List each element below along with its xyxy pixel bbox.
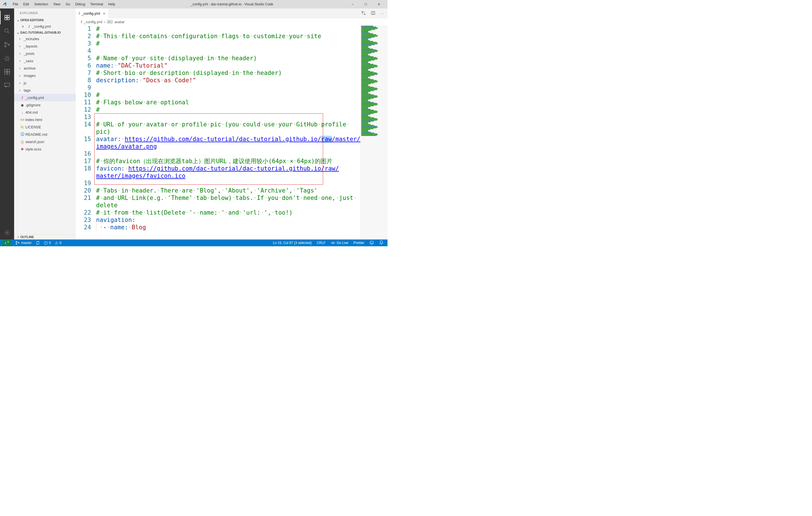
line-gutter: 123456789101112131415161718192021222324	[76, 25, 96, 240]
file-item[interactable]: ◆.gitignore	[14, 101, 76, 109]
folder-item[interactable]: ›tags	[14, 86, 76, 94]
file-icon: ❖	[19, 147, 25, 151]
editor-area: ! _config.yml × ··· ! _config.yml › abc …	[76, 8, 387, 240]
close-icon[interactable]: ×	[20, 24, 26, 29]
svg-point-1	[5, 43, 6, 44]
file-icon: {}	[19, 140, 25, 144]
menu-file[interactable]: File	[10, 2, 21, 6]
chevron-right-icon: ›	[19, 88, 24, 92]
activity-scm[interactable]	[0, 38, 14, 51]
chevron-down-icon: ⌄	[16, 18, 20, 22]
svg-point-13	[364, 13, 365, 15]
activity-remote[interactable]	[0, 79, 14, 92]
activity-explorer[interactable]	[0, 11, 14, 24]
folder-item[interactable]: ›_layouts	[14, 43, 76, 50]
file-item[interactable]: ⓘREADME.md	[14, 131, 76, 138]
file-item[interactable]: ↓404.md	[14, 109, 76, 116]
close-icon[interactable]: ×	[103, 11, 105, 16]
minimap[interactable]: ████████████████████████████████████████…	[360, 25, 387, 240]
titlebar: FileEditSelectionViewGoDebugTerminalHelp…	[0, 0, 387, 8]
window-controls: ─ ☐ ✕	[346, 3, 385, 6]
activity-settings[interactable]	[0, 226, 14, 240]
svg-rect-6	[7, 69, 9, 72]
svg-point-15	[16, 241, 17, 242]
chevron-right-icon: ›	[19, 36, 24, 41]
activity-extensions[interactable]	[0, 65, 14, 79]
chevron-right-icon: ›	[19, 81, 24, 85]
split-icon[interactable]	[371, 11, 375, 16]
folder-item[interactable]: ›_posts	[14, 50, 76, 57]
folder-item[interactable]: ›_sass	[14, 57, 76, 64]
chevron-right-icon: ›	[104, 20, 105, 24]
compare-icon[interactable]	[361, 11, 366, 16]
file-item[interactable]: <>index.html	[14, 116, 76, 123]
section-open-editors[interactable]: ⌄OPEN EDITORS	[14, 18, 76, 23]
svg-rect-7	[4, 72, 7, 74]
svg-point-11	[6, 232, 8, 234]
svg-point-2	[5, 46, 6, 47]
chevron-right-icon: ›	[19, 44, 24, 48]
symbol-icon: abc	[107, 20, 113, 24]
svg-point-4	[6, 57, 8, 60]
minimize-button[interactable]: ─	[346, 3, 359, 6]
section-outline[interactable]: ›OUTLINE	[14, 234, 76, 240]
svg-rect-8	[7, 72, 9, 74]
svg-rect-9	[4, 83, 9, 86]
svg-rect-5	[4, 69, 7, 72]
yaml-icon: !	[79, 11, 80, 16]
maximize-button[interactable]: ☐	[359, 3, 372, 6]
yaml-icon: !	[26, 24, 32, 29]
file-icon: <>	[19, 118, 25, 122]
menu-bar: FileEditSelectionViewGoDebugTerminalHelp	[10, 2, 118, 6]
eol-status[interactable]: CRLF	[317, 241, 326, 245]
file-icon: ↓	[19, 110, 25, 114]
menu-help[interactable]: Help	[106, 2, 118, 6]
branch-status[interactable]: master	[15, 241, 32, 245]
file-item[interactable]: {}search.json	[14, 138, 76, 145]
file-item[interactable]: ❖style.scss	[14, 145, 76, 153]
feedback-icon[interactable]	[370, 240, 374, 246]
menu-selection[interactable]: Selection	[32, 2, 51, 6]
menu-debug[interactable]: Debug	[72, 2, 88, 6]
file-icon: ◆	[19, 103, 25, 107]
breadcrumb[interactable]: ! _config.yml › abc avatar	[76, 18, 387, 25]
formatter-status[interactable]: Prettier	[353, 241, 364, 245]
open-editor-item[interactable]: × ! _config.yml	[14, 23, 76, 30]
problems-status[interactable]: ×0 ⚠0	[44, 241, 62, 245]
more-icon[interactable]: ···	[380, 11, 383, 16]
folder-item[interactable]: ›_includes	[14, 35, 76, 43]
editor[interactable]: 123456789101112131415161718192021222324 …	[76, 25, 387, 240]
file-icon: ⓘ	[19, 132, 25, 137]
svg-point-12	[362, 11, 363, 12]
remote-button[interactable]	[2, 240, 11, 246]
menu-terminal[interactable]: Terminal	[88, 2, 106, 6]
tab-actions: ···	[361, 8, 387, 18]
code-content[interactable]: ##·This·file·contains·configuration·flag…	[96, 25, 360, 240]
chevron-right-icon: ›	[19, 51, 24, 56]
golive-button[interactable]: Go Live	[331, 241, 348, 245]
section-workspace[interactable]: ⌄DAC-TUTORIAL.GITHUB.IO	[14, 30, 76, 35]
svg-point-19	[370, 241, 373, 244]
menu-view[interactable]: View	[51, 2, 63, 6]
sync-button[interactable]	[36, 241, 40, 245]
folder-item[interactable]: ›images	[14, 72, 76, 79]
file-item[interactable]: ℞LICENSE	[14, 123, 76, 131]
folder-item[interactable]: ›js	[14, 79, 76, 86]
file-item[interactable]: !_config.yml	[14, 94, 76, 101]
status-bar: master ×0 ⚠0 Ln 15, Col 67 (3 selected) …	[0, 240, 387, 246]
cursor-position[interactable]: Ln 15, Col 67 (3 selected)	[273, 241, 312, 245]
activity-search[interactable]	[0, 24, 14, 38]
file-icon: ℞	[19, 125, 25, 129]
editor-tab[interactable]: ! _config.yml ×	[76, 8, 108, 18]
chevron-right-icon: ›	[19, 66, 24, 71]
vscode-icon	[2, 2, 7, 6]
notifications-icon[interactable]	[379, 240, 383, 246]
folder-item[interactable]: ›archive	[14, 64, 76, 72]
chevron-right-icon: ›	[19, 73, 24, 78]
chevron-down-icon: ⌄	[16, 30, 20, 34]
menu-edit[interactable]: Edit	[21, 2, 32, 6]
activity-debug[interactable]	[0, 51, 14, 65]
menu-go[interactable]: Go	[63, 2, 72, 6]
close-button[interactable]: ✕	[372, 3, 385, 6]
chevron-right-icon: ›	[16, 235, 20, 239]
